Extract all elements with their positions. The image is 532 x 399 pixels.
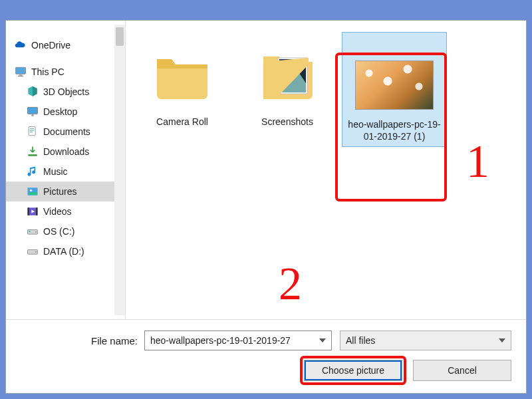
nav-label: OS (C:) [43, 226, 74, 237]
nav-label: Desktop [43, 106, 77, 117]
svg-rect-7 [30, 130, 35, 131]
svg-rect-14 [36, 207, 38, 215]
file-label: heo-wallpapers-pc-19-01-2019-27 (1) [345, 119, 444, 142]
svg-rect-16 [29, 231, 31, 232]
scrollbar-thumb[interactable] [116, 27, 124, 46]
nav-drive-c[interactable]: OS (C:) [6, 221, 125, 241]
documents-icon [26, 125, 39, 138]
nav-scrollbar[interactable] [114, 25, 125, 315]
svg-rect-6 [30, 128, 35, 129]
nav-label: Music [43, 166, 68, 177]
nav-label: Pictures [43, 186, 77, 197]
music-icon [26, 165, 39, 178]
nav-label: This PC [31, 66, 65, 77]
nav-documents[interactable]: Documents [6, 122, 125, 142]
nav-pictures[interactable]: Pictures [6, 182, 125, 201]
choose-picture-button[interactable]: Choose picture [304, 360, 402, 381]
svg-rect-8 [30, 132, 33, 132]
svg-point-17 [35, 231, 37, 233]
file-label: Screenshots [240, 116, 334, 128]
dialog-footer: File name: heo-wallpapers-pc-19-01-2019-… [6, 320, 526, 393]
button-label: Choose picture [322, 365, 384, 376]
chevron-down-icon [318, 338, 327, 342]
nav-label: Documents [43, 126, 90, 137]
videos-icon [26, 205, 39, 218]
cancel-button[interactable]: Cancel [413, 360, 511, 381]
svg-rect-13 [28, 207, 30, 215]
svg-rect-9 [28, 154, 37, 156]
nav-label: OneDrive [31, 40, 70, 51]
hdd-icon [26, 225, 39, 238]
open-file-dialog: OneDrive This PC 3D Objects Desktop [5, 20, 527, 394]
folder-icon [255, 43, 319, 107]
monitor-icon [14, 65, 27, 78]
svg-point-11 [30, 190, 32, 192]
filename-value: heo-wallpapers-pc-19-01-2019-27 [150, 335, 318, 346]
nav-music[interactable]: Music [6, 162, 125, 182]
filter-value: All files [346, 335, 497, 346]
file-wallpaper[interactable]: heo-wallpapers-pc-19-01-2019-27 (1) [342, 33, 446, 146]
nav-this-pc[interactable]: This PC [6, 62, 125, 82]
nav-label: Downloads [43, 146, 89, 157]
svg-rect-0 [16, 67, 26, 74]
hdd-icon [26, 245, 39, 258]
svg-rect-5 [29, 127, 35, 136]
cube-icon [26, 85, 39, 98]
nav-3d-objects[interactable]: 3D Objects [6, 82, 125, 102]
nav-downloads[interactable]: Downloads [6, 142, 125, 162]
image-thumbnail [355, 61, 434, 110]
svg-rect-3 [28, 107, 38, 114]
downloads-icon [26, 145, 39, 158]
browse-area: OneDrive This PC 3D Objects Desktop [6, 21, 526, 320]
folder-icon [150, 43, 214, 107]
nav-desktop[interactable]: Desktop [6, 102, 125, 122]
chevron-down-icon [497, 338, 507, 342]
nav-drive-d[interactable]: DATA (D:) [6, 241, 125, 261]
svg-point-19 [35, 251, 37, 253]
nav-label: 3D Objects [43, 86, 89, 97]
file-type-filter[interactable]: All files [340, 331, 511, 350]
nav-label: DATA (D:) [43, 246, 84, 257]
pictures-icon [26, 185, 39, 198]
filename-combo[interactable]: heo-wallpapers-pc-19-01-2019-27 [144, 331, 332, 350]
nav-tree: OneDrive This PC 3D Objects Desktop [6, 21, 126, 319]
nav-videos[interactable]: Videos [6, 201, 125, 221]
nav-label: Videos [43, 206, 72, 217]
folder-camera-roll[interactable]: Camera Roll [132, 33, 232, 132]
nav-onedrive[interactable]: OneDrive [6, 35, 125, 55]
file-grid[interactable]: Camera Roll Screenshots heo [126, 21, 526, 319]
filename-label: File name: [21, 335, 144, 346]
svg-rect-2 [18, 76, 23, 76]
desktop-icon [26, 105, 39, 118]
button-label: Cancel [448, 365, 477, 376]
folder-screenshots[interactable]: Screenshots [237, 33, 337, 132]
svg-rect-1 [19, 74, 23, 76]
file-label: Camera Roll [135, 116, 229, 128]
onedrive-icon [14, 39, 27, 52]
svg-rect-4 [31, 114, 33, 116]
